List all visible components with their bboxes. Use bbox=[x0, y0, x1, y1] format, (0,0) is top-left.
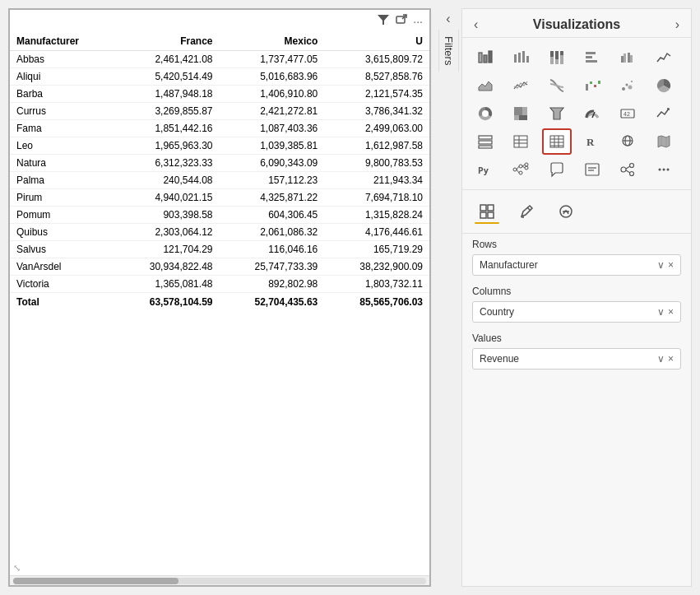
cell-value: 1,315,828.24 bbox=[324, 207, 429, 224]
cell-value: 5,016,683.96 bbox=[219, 68, 324, 86]
focus-icon[interactable] bbox=[395, 13, 408, 29]
pie-chart-icon-btn[interactable] bbox=[649, 72, 679, 99]
rows-remove-icon[interactable]: × bbox=[668, 259, 674, 271]
filter-icon[interactable] bbox=[377, 13, 390, 29]
donut-chart-icon-btn[interactable] bbox=[471, 100, 500, 127]
analytics-tab[interactable] bbox=[549, 197, 582, 226]
svg-rect-9 bbox=[526, 56, 529, 63]
cell-value: 211,943.34 bbox=[324, 172, 429, 189]
svg-point-30 bbox=[628, 86, 633, 90]
svg-rect-79 bbox=[480, 205, 486, 211]
cell-manufacturer: Aliqui bbox=[10, 68, 114, 86]
slicer-icon-btn[interactable] bbox=[471, 128, 500, 155]
cell-manufacturer: Pirum bbox=[10, 189, 114, 207]
scatter-icon-btn[interactable] bbox=[613, 72, 642, 99]
table-row: Currus3,269,855.872,421,272.813,786,341.… bbox=[10, 103, 429, 120]
svg-rect-82 bbox=[488, 212, 494, 218]
more-options-icon[interactable]: ··· bbox=[413, 15, 423, 28]
columns-section: Columns Country ∨ × bbox=[462, 281, 691, 328]
cell-manufacturer: VanArsdel bbox=[10, 258, 114, 276]
cell-value: 1,851,442.16 bbox=[114, 120, 220, 137]
col-u: U bbox=[324, 32, 429, 51]
area-chart-icon-btn[interactable] bbox=[471, 72, 500, 99]
matrix-icon-btn[interactable] bbox=[542, 128, 572, 155]
horizontal-scrollbar[interactable] bbox=[10, 575, 429, 585]
columns-remove-icon[interactable]: × bbox=[668, 306, 674, 318]
matrix-table: Manufacturer France Mexico U Abbas2,461,… bbox=[10, 32, 429, 311]
build-visual-tab[interactable] bbox=[471, 197, 503, 226]
horizontal-bar-icon-btn[interactable] bbox=[577, 44, 607, 71]
line-cluster-icon-btn[interactable] bbox=[506, 72, 535, 99]
cell-value: 1,406,910.80 bbox=[219, 86, 324, 103]
svg-point-71 bbox=[621, 167, 626, 172]
resize-handle[interactable]: ⤡ bbox=[13, 563, 21, 574]
viz-format-tabs bbox=[462, 190, 691, 234]
svg-rect-6 bbox=[514, 54, 517, 63]
scrollbar-track[interactable] bbox=[13, 578, 426, 584]
rows-field-pill[interactable]: Manufacturer ∨ × bbox=[472, 254, 681, 276]
cell-value: 2,061,086.32 bbox=[219, 224, 324, 241]
stacked-bar-chart-icon-btn[interactable] bbox=[471, 44, 500, 71]
total-label: Total bbox=[10, 293, 114, 312]
svg-marker-0 bbox=[378, 15, 389, 25]
svg-rect-42 bbox=[479, 141, 492, 144]
svg-rect-80 bbox=[488, 205, 494, 211]
svg-point-73 bbox=[630, 172, 634, 176]
cell-value: 4,325,871.22 bbox=[219, 189, 324, 207]
svg-marker-37 bbox=[550, 108, 563, 119]
ribbon-chart-icon-btn[interactable] bbox=[542, 72, 572, 99]
viz-nav-prev[interactable]: ‹ bbox=[474, 17, 478, 32]
table-row: VanArsdel30,934,822.4825,747,733.3938,23… bbox=[10, 258, 429, 276]
svg-rect-15 bbox=[560, 51, 563, 55]
bar-chart-icon-btn[interactable] bbox=[506, 44, 535, 71]
qa-icon-btn[interactable] bbox=[542, 156, 572, 183]
rows-label: Rows bbox=[472, 239, 681, 250]
filters-panel[interactable]: Filters bbox=[438, 30, 459, 72]
filled-map-icon-btn[interactable] bbox=[649, 128, 679, 155]
cell-value: 2,421,272.81 bbox=[219, 103, 324, 120]
svg-point-29 bbox=[626, 84, 628, 86]
cell-value: 30,934,822.48 bbox=[114, 258, 220, 276]
r-visual-icon-btn[interactable]: R bbox=[577, 128, 607, 155]
cell-value: 9,800,783.53 bbox=[324, 155, 429, 172]
svg-rect-22 bbox=[630, 55, 633, 63]
clustered-bar-icon-btn[interactable] bbox=[613, 44, 642, 71]
values-field-controls: ∨ × bbox=[657, 353, 674, 365]
decomp-tree-icon-btn[interactable] bbox=[506, 156, 535, 183]
100-stacked-bar-icon-btn[interactable] bbox=[542, 44, 572, 71]
key-influencers-icon-btn[interactable] bbox=[613, 156, 642, 183]
table-row: Fama1,851,442.161,087,403.362,499,063.00 bbox=[10, 120, 429, 137]
rows-chevron-icon[interactable]: ∨ bbox=[657, 259, 665, 271]
viz-nav-next[interactable]: › bbox=[675, 17, 679, 32]
cell-value: 240,544.08 bbox=[114, 172, 220, 189]
cell-value: 1,737,477.05 bbox=[219, 51, 324, 68]
more-visuals-icon-btn[interactable] bbox=[649, 156, 679, 183]
values-section: Values Revenue ∨ × bbox=[462, 328, 691, 374]
waterfall-icon-btn[interactable] bbox=[577, 72, 607, 99]
cell-value: 3,269,855.87 bbox=[114, 103, 220, 120]
cell-value: 2,461,421.08 bbox=[114, 51, 220, 68]
treemap-icon-btn[interactable] bbox=[506, 100, 535, 127]
map-icon-btn[interactable] bbox=[613, 128, 642, 155]
cell-value: 116,046.16 bbox=[219, 241, 324, 258]
card-icon-btn[interactable]: 42 bbox=[613, 100, 642, 127]
kpi-icon-btn[interactable] bbox=[649, 100, 679, 127]
line-chart-icon-btn[interactable] bbox=[649, 44, 679, 71]
columns-chevron-icon[interactable]: ∨ bbox=[657, 306, 665, 318]
svg-point-76 bbox=[658, 169, 661, 171]
values-chevron-icon[interactable]: ∨ bbox=[657, 353, 665, 365]
table-row: Quibus2,303,064.122,061,086.324,176,446.… bbox=[10, 224, 429, 241]
values-remove-icon[interactable]: × bbox=[668, 353, 674, 365]
collapse-panel-button[interactable]: ‹ bbox=[443, 8, 453, 30]
table-wrapper[interactable]: Manufacturer France Mexico U Abbas2,461,… bbox=[10, 32, 429, 575]
scrollbar-thumb bbox=[13, 578, 178, 584]
columns-field-pill[interactable]: Country ∨ × bbox=[472, 301, 681, 323]
funnel-icon-btn[interactable] bbox=[542, 100, 572, 127]
table-icon-btn[interactable] bbox=[506, 128, 535, 155]
values-field-pill[interactable]: Revenue ∨ × bbox=[472, 348, 681, 370]
smart-narrative-icon-btn[interactable] bbox=[577, 156, 607, 183]
python-icon-btn[interactable]: Py bbox=[471, 156, 500, 183]
format-visual-tab[interactable] bbox=[510, 197, 543, 226]
gauge-icon-btn[interactable] bbox=[577, 100, 607, 127]
table-toolbar: ··· bbox=[10, 10, 429, 32]
